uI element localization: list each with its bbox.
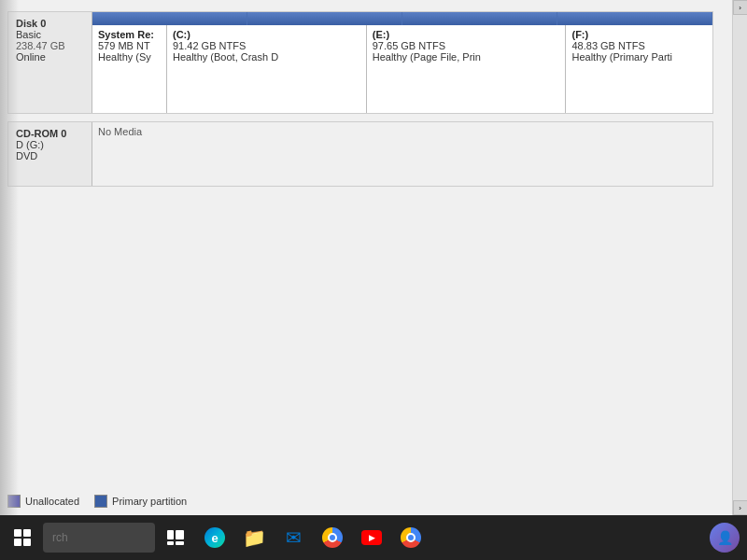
taskbar-right-area: 👤: [706, 519, 743, 556]
stripe-seg-1: [92, 12, 247, 25]
partition-cells-row: System Re: 579 MB NT Healthy (Sy (C:) 91…: [92, 25, 712, 113]
mail-icon: ✉: [286, 526, 302, 549]
task-view-button[interactable]: [157, 519, 194, 556]
part3-status: Healthy (Primary Parti: [571, 51, 707, 63]
disk0-label: Disk 0 Basic 238.47 GB Online: [8, 12, 92, 113]
cdrom0-label: CD-ROM 0 D (G:) DVD: [8, 122, 92, 186]
disk0-row: Disk 0 Basic 238.47 GB Online: [7, 11, 713, 114]
globe-button[interactable]: [392, 519, 430, 556]
legend-unallocated: Unallocated: [7, 495, 79, 508]
globe-inner-circle: [406, 533, 416, 542]
disk0-partitions: System Re: 579 MB NT Healthy (Sy (C:) 91…: [92, 12, 712, 113]
cdrom0-drive: D (G:): [16, 139, 84, 150]
taskbar-search-input[interactable]: [43, 523, 155, 553]
partition-blue-stripe: [92, 12, 712, 25]
taskbar: e 📁 ✉ ▶: [0, 515, 747, 560]
legend-primary: Primary partition: [94, 495, 187, 508]
scroll-down-arrow[interactable]: ›: [733, 500, 748, 515]
stripe-seg-3: [402, 12, 557, 25]
disk0-online: Online: [16, 51, 84, 63]
windows-logo-icon: [14, 529, 31, 546]
chrome-inner-circle: [328, 533, 337, 542]
chrome-button[interactable]: [314, 519, 351, 556]
chrome-logo-icon: [322, 527, 343, 548]
part0-status: Healthy (Sy: [98, 51, 161, 63]
part2-name: (E:): [373, 29, 560, 40]
part0-name: System Re:: [98, 29, 161, 40]
legend-area: Unallocated Primary partition: [0, 487, 713, 515]
disk0-number: Disk 0: [16, 18, 84, 29]
cdrom0-content: No Media: [92, 122, 712, 186]
cdrom0-media-text: No Media: [98, 126, 142, 137]
svg-rect-0: [167, 530, 174, 539]
stripe-seg-2: [247, 12, 402, 25]
legend-unallocated-box: [7, 495, 21, 508]
disk0-type: Basic: [16, 29, 84, 40]
start-button[interactable]: [4, 519, 41, 556]
task-view-icon: [167, 530, 184, 545]
legend-unallocated-label: Unallocated: [25, 496, 79, 507]
partition-f[interactable]: (F:) 48.83 GB NTFS Healthy (Primary Part…: [566, 25, 712, 113]
partition-system-reserved[interactable]: System Re: 579 MB NT Healthy (Sy: [92, 25, 167, 113]
svg-rect-3: [176, 541, 184, 545]
win-logo-tr: [23, 529, 31, 537]
part1-status: Healthy (Boot, Crash D: [173, 51, 360, 63]
part1-name: (C:): [173, 29, 360, 40]
edge-logo: e: [204, 527, 225, 548]
legend-primary-box: [94, 495, 107, 508]
svg-rect-2: [167, 541, 174, 545]
folder-icon: 📁: [243, 526, 266, 549]
win-logo-bl: [14, 539, 21, 546]
user-avatar-icon: 👤: [710, 523, 740, 553]
disk0-size-text: 238.47 GB: [16, 40, 84, 51]
disk-management-window: › › Disk 0 Basic 238.47 GB Online: [0, 0, 747, 515]
part3-size: 48.83 GB NTFS: [571, 40, 707, 51]
user-avatar-button[interactable]: 👤: [706, 519, 743, 556]
disk0-name-text: Disk 0: [16, 18, 46, 29]
empty-space: [0, 187, 713, 487]
legend-primary-label: Primary partition: [112, 496, 187, 507]
part0-size: 579 MB NT: [98, 40, 161, 51]
globe-chrome-icon: [401, 527, 421, 548]
avatar-initials: 👤: [717, 530, 733, 545]
partition-c[interactable]: (C:) 91.42 GB NTFS Healthy (Boot, Crash …: [167, 25, 367, 113]
cdrom0-row: CD-ROM 0 D (G:) DVD No Media: [7, 121, 713, 187]
edge-browser-icon[interactable]: e: [196, 519, 233, 556]
mail-button[interactable]: ✉: [275, 519, 312, 556]
file-explorer-button[interactable]: 📁: [235, 519, 273, 556]
screen: › › Disk 0 Basic 238.47 GB Online: [0, 0, 747, 560]
partition-e[interactable]: (E:) 97.65 GB NTFS Healthy (Page File, P…: [367, 25, 567, 113]
youtube-button[interactable]: ▶: [353, 519, 390, 556]
svg-rect-1: [176, 530, 184, 539]
vertical-scrollbar[interactable]: › ›: [732, 0, 747, 515]
stripe-seg-4: [557, 12, 712, 25]
content-area: Disk 0 Basic 238.47 GB Online: [0, 0, 732, 515]
win-logo-br: [23, 539, 31, 546]
youtube-icon: ▶: [361, 530, 382, 545]
win-logo-tl: [14, 529, 21, 537]
part1-size: 91.42 GB NTFS: [173, 40, 360, 51]
cdrom0-name: CD-ROM 0: [16, 128, 84, 139]
part3-name: (F:): [571, 29, 707, 40]
scroll-up-arrow[interactable]: ›: [733, 0, 748, 15]
part2-status: Healthy (Page File, Prin: [373, 51, 560, 63]
part2-size: 97.65 GB NTFS: [373, 40, 560, 51]
cdrom0-type: DVD: [16, 150, 84, 161]
